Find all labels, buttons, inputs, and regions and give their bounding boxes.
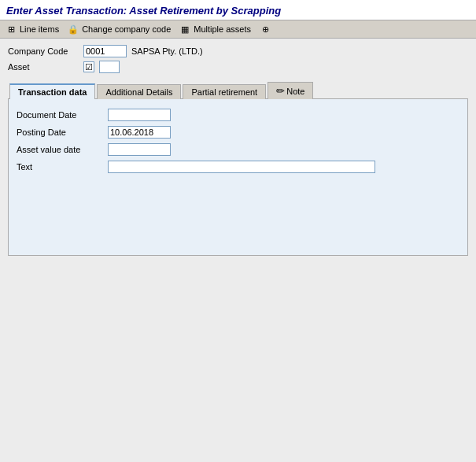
document-date-label: Document Date <box>17 110 103 120</box>
posting-date-row: Posting Date <box>17 126 459 139</box>
page-title: Enter Asset Transaction: Asset Retiremen… <box>6 5 470 17</box>
toolbar-change-company-code[interactable]: 🔒 Change company code <box>67 23 171 35</box>
tab-transaction-data[interactable]: Transaction data <box>9 83 95 99</box>
title-bar: Enter Asset Transaction: Asset Retiremen… <box>0 0 476 20</box>
company-code-label: Company Code <box>8 46 79 56</box>
document-date-row: Document Date <box>17 109 459 121</box>
main-content: Company Code SAPSA Pty. (LTD.) Asset ☑ T… <box>0 39 476 262</box>
change-company-code-label: Change company code <box>82 24 171 34</box>
text-row: Text <box>17 161 459 173</box>
asset-checkbox[interactable]: ☑ <box>83 61 94 72</box>
line-items-icon: ⊞ <box>5 23 17 35</box>
asset-row: Asset ☑ <box>8 61 468 73</box>
asset-sub-input[interactable] <box>99 61 120 73</box>
tab-bar: Transaction data Additional Details Part… <box>8 81 468 98</box>
line-items-label: Line items <box>20 24 59 34</box>
text-input[interactable] <box>108 161 375 173</box>
multiple-assets-icon: ▦ <box>179 23 191 35</box>
document-date-input[interactable] <box>108 109 171 121</box>
posting-date-input[interactable] <box>108 126 171 139</box>
company-name: SAPSA Pty. (LTD.) <box>131 46 203 56</box>
asset-value-date-row: Asset value date <box>17 143 459 156</box>
toolbar-more[interactable]: ⊕ <box>259 23 271 35</box>
change-company-code-icon: 🔒 <box>67 23 79 35</box>
multiple-assets-label: Multiple assets <box>194 24 251 34</box>
posting-date-label: Posting Date <box>17 128 103 137</box>
tab-partial-retirement[interactable]: Partial retirement <box>183 84 266 99</box>
tab-container: Transaction data Additional Details Part… <box>8 81 468 256</box>
toolbar-line-items[interactable]: ⊞ Line items <box>5 23 59 35</box>
asset-value-date-label: Asset value date <box>17 145 103 154</box>
text-label: Text <box>17 162 103 172</box>
toolbar-multiple-assets[interactable]: ▦ Multiple assets <box>179 23 251 35</box>
toolbar: ⊞ Line items 🔒 Change company code ▦ Mul… <box>0 20 476 39</box>
more-icon: ⊕ <box>259 23 271 35</box>
asset-value-date-input[interactable] <box>108 143 171 156</box>
tab-additional-details[interactable]: Additional Details <box>97 84 181 99</box>
tab-content-transaction-data: Document Date Posting Date Asset value d… <box>8 98 468 256</box>
tab-note[interactable]: ✏Note <box>268 82 313 99</box>
note-icon: ✏ <box>276 85 285 97</box>
company-code-input[interactable] <box>83 45 127 57</box>
asset-label: Asset <box>8 62 79 72</box>
company-code-row: Company Code SAPSA Pty. (LTD.) <box>8 45 468 57</box>
